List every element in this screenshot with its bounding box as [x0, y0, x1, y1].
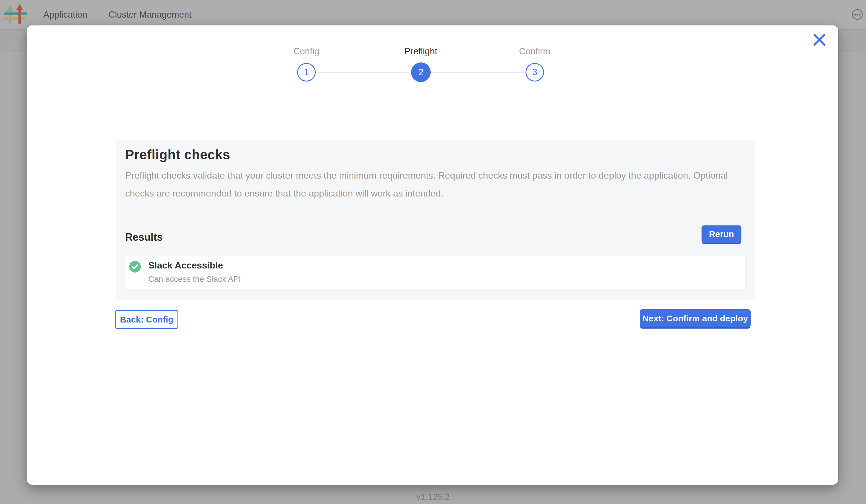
app-logo-icon — [3, 3, 28, 25]
top-nav-bar: Application Cluster Management — [0, 0, 866, 30]
check-message: Can access the Slack API — [148, 275, 241, 284]
close-icon — [811, 32, 828, 48]
check-result-row: Slack Accessible Can access the Slack AP… — [125, 255, 746, 289]
preflight-modal: Config Preflight Confirm 1 2 3 Preflight… — [27, 25, 838, 485]
app-version: v1.125.2 — [0, 492, 866, 502]
close-button[interactable] — [811, 32, 828, 48]
preflight-description: Preflight checks validate that your clus… — [125, 167, 728, 202]
rerun-button[interactable]: Rerun — [701, 225, 741, 243]
step-connector — [317, 72, 410, 73]
results-heading: Results — [125, 231, 163, 243]
nav-item-cluster-management[interactable]: Cluster Management — [108, 0, 192, 30]
screen: Application Cluster Management v1.125.2 … — [0, 0, 866, 504]
step-circle-confirm: 3 — [525, 63, 544, 81]
step-label-preflight: Preflight — [404, 46, 437, 57]
step-circle-config: 1 — [297, 63, 316, 81]
step-label-config: Config — [293, 46, 319, 57]
next-confirm-deploy-button[interactable]: Next: Confirm and deploy — [640, 309, 751, 327]
step-circle-preflight: 2 — [411, 63, 431, 82]
nav-item-application[interactable]: Application — [43, 0, 87, 30]
preflight-card: Preflight checks Preflight checks valida… — [115, 140, 755, 300]
preflight-title: Preflight checks — [125, 147, 230, 163]
back-config-button[interactable]: Back: Config — [115, 310, 178, 329]
check-name: Slack Accessible — [148, 260, 223, 271]
check-circle-icon — [129, 261, 141, 272]
step-label-confirm: Confirm — [519, 46, 551, 57]
step-connector — [432, 72, 524, 73]
ellipsis-menu-icon[interactable] — [852, 9, 863, 20]
